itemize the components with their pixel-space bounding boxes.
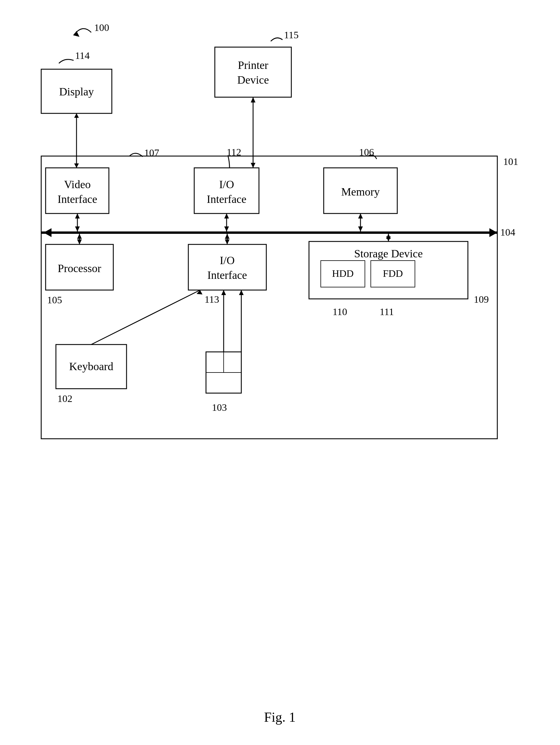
ref-112: 112 xyxy=(226,147,241,158)
video-interface-label2: Interface xyxy=(58,193,97,205)
fdd-label: FDD xyxy=(383,268,403,279)
storage-device-label: Storage Device xyxy=(354,247,423,260)
io-top-label1: I/O xyxy=(219,178,234,191)
ref-103: 103 xyxy=(212,402,227,413)
ref-104: 104 xyxy=(500,227,515,238)
arrow-up-printer xyxy=(251,97,255,102)
ref-113: 113 xyxy=(205,294,219,305)
ref-110: 110 xyxy=(332,306,347,317)
ref-109: 109 xyxy=(474,294,489,305)
io-interface-bottom-box xyxy=(188,245,266,290)
printer-device-label-line1: Printer xyxy=(238,59,268,71)
video-interface-label1: Video xyxy=(64,178,91,191)
keyboard-label: Keyboard xyxy=(69,360,113,372)
printer-device-label-line2: Device xyxy=(237,74,269,86)
fig-caption: Fig. 1 xyxy=(264,710,295,725)
printer-device-box xyxy=(215,47,291,97)
processor-label: Processor xyxy=(58,262,101,274)
ref-111: 111 xyxy=(380,306,394,317)
ref-107: 107 xyxy=(144,147,159,158)
ref-106: 106 xyxy=(359,147,374,158)
ref-102: 102 xyxy=(58,393,72,404)
io-bottom-label2: Interface xyxy=(207,269,247,281)
ref-101: 101 xyxy=(503,156,518,167)
video-interface-box xyxy=(46,168,109,214)
ref-114: 114 xyxy=(75,50,90,61)
ref-115: 115 xyxy=(284,29,299,40)
diagram-container: 100 101 Printer Device 115 Display 114 V… xyxy=(0,0,560,745)
hdd-label: HDD xyxy=(332,268,354,279)
io-bottom-label1: I/O xyxy=(220,254,235,266)
ref-100: 100 xyxy=(94,22,109,33)
io-interface-top-box xyxy=(194,168,259,214)
display-label: Display xyxy=(59,86,94,98)
io-top-label2: Interface xyxy=(207,193,247,205)
arrow-up-display xyxy=(74,114,79,118)
memory-label: Memory xyxy=(341,186,380,198)
ref-105: 105 xyxy=(47,294,62,305)
